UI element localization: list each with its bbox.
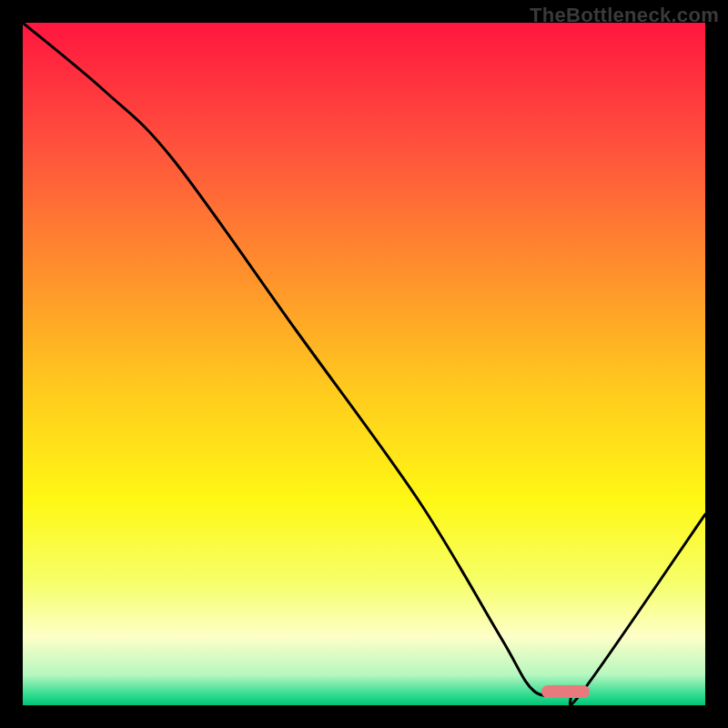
plot-area [23, 23, 705, 705]
gradient-background [23, 23, 705, 705]
plot-svg [23, 23, 705, 705]
optimal-range-marker [541, 685, 590, 698]
chart-stage: TheBottleneck.com [0, 0, 728, 728]
